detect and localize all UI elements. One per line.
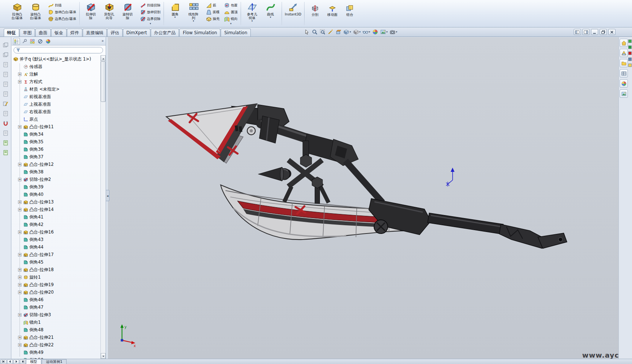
view-tool-ball-button[interactable] xyxy=(371,29,379,35)
view-tool-scene-button[interactable] xyxy=(379,29,389,35)
expand-toggle[interactable] xyxy=(18,268,21,271)
view-tool-orientation-button[interactable] xyxy=(343,29,352,35)
tree-item[interactable]: 倒角49 xyxy=(12,349,100,356)
left-tool-11-doc-green[interactable] xyxy=(2,140,9,146)
mini-tool-5[interactable] xyxy=(628,64,632,67)
tree-item[interactable]: 凸台-拉伸19 xyxy=(12,281,100,288)
graphics-viewport[interactable]: y x www.ayc.cn xyxy=(108,37,618,359)
pane-right-button[interactable] xyxy=(582,29,590,35)
tree-filter-input[interactable] xyxy=(22,48,101,53)
command-tab-2[interactable]: 草图 xyxy=(20,29,35,36)
left-tool-5-doc[interactable] xyxy=(2,81,9,88)
ribbon-button-revolve-cut[interactable]: 旋转切 除 xyxy=(118,1,137,26)
expand-toggle[interactable] xyxy=(18,283,21,287)
expand-toggle[interactable] xyxy=(18,163,21,166)
command-tab-6[interactable]: 直接编辑 xyxy=(83,29,107,36)
ribbon-button-rib[interactable]: 筋 xyxy=(205,2,221,9)
model-view[interactable]: y x www.ayc.cn xyxy=(108,37,618,359)
task-pane-tab-scene[interactable] xyxy=(620,89,628,98)
task-pane-tab-folder[interactable] xyxy=(620,59,628,67)
tree-item[interactable]: 旋转1 xyxy=(12,273,100,281)
tree-item[interactable]: 倒角47 xyxy=(12,303,100,311)
dropdown-caret-icon[interactable] xyxy=(174,16,176,19)
scroll-up-button[interactable] xyxy=(101,55,106,61)
tree-item[interactable]: 凸台-拉伸16 xyxy=(12,228,100,236)
nav-prev-button[interactable] xyxy=(7,359,13,364)
view-tool-wand-button[interactable] xyxy=(327,29,334,35)
left-tool-1-layers[interactable] xyxy=(2,42,9,49)
ribbon-button-extrude-boss[interactable]: 拉伸凸 台/基体 xyxy=(8,1,26,26)
tree-item[interactable]: 凸台-拉伸11 xyxy=(12,123,100,130)
panel-tab-display[interactable] xyxy=(45,38,52,45)
dropdown-caret-icon[interactable] xyxy=(369,31,370,33)
view-tool-select-button[interactable] xyxy=(303,29,311,35)
mini-tool-1[interactable] xyxy=(628,39,632,43)
ribbon-button-revolve-boss[interactable]: 旋转凸 台/基体 xyxy=(26,1,45,26)
ribbon-button-instant3d[interactable]: Instant3D xyxy=(284,1,302,26)
ribbon-button-boundary[interactable]: 边界凸台/基体 xyxy=(47,16,77,22)
tree-item[interactable]: 倒角44 xyxy=(12,243,100,251)
ribbon-button-sweep[interactable]: 扫描 xyxy=(47,2,77,9)
tree-item[interactable]: 倒角37 xyxy=(12,153,100,161)
tree-scrollbar[interactable] xyxy=(100,55,106,359)
expand-toggle[interactable] xyxy=(18,291,21,294)
task-pane-tab-library[interactable] xyxy=(620,49,628,57)
tree-item[interactable]: 材质 <未指定> xyxy=(12,85,100,93)
expand-toggle[interactable] xyxy=(18,253,21,256)
tree-item[interactable]: 凸台-拉伸13 xyxy=(12,198,100,206)
ribbon-button-draft[interactable]: 拔模 xyxy=(205,9,221,15)
command-tab-9[interactable]: 办公室产品 xyxy=(151,29,179,36)
tree-item[interactable]: 右视基准面 xyxy=(12,108,100,115)
tree-item[interactable]: 凸台-拉伸14 xyxy=(12,206,100,213)
left-tool-9-magnet[interactable] xyxy=(2,120,9,127)
command-tab-11[interactable]: Simulation xyxy=(221,29,250,36)
tree-item[interactable]: 倒角40 xyxy=(12,191,100,198)
nav-last-button[interactable] xyxy=(20,359,26,364)
mini-tool-4[interactable] xyxy=(628,58,632,61)
expand-toggle[interactable] xyxy=(18,231,21,234)
ribbon-button-mirror[interactable]: 镜向 xyxy=(223,16,239,22)
command-tab-3[interactable]: 曲面 xyxy=(35,29,51,36)
left-tool-4-doc[interactable] xyxy=(2,71,9,78)
tree-item[interactable]: 切除-拉伸3 xyxy=(12,311,100,318)
tree-item[interactable]: 前视基准面 xyxy=(12,93,100,100)
left-tool-7-pencil[interactable] xyxy=(2,100,9,107)
nav-next-button[interactable] xyxy=(14,359,19,364)
panel-tab-config[interactable] xyxy=(29,38,36,45)
tree-item[interactable]: 凸台-拉伸18 xyxy=(12,266,100,273)
mini-tool-3[interactable] xyxy=(628,52,632,55)
expand-toggle[interactable] xyxy=(18,125,21,129)
tree-item[interactable]: Σ方程式 xyxy=(12,78,100,85)
handle[interactable] xyxy=(427,213,567,249)
tree-item[interactable]: 倒角43 xyxy=(12,236,100,243)
expand-toggle[interactable] xyxy=(18,208,21,211)
scrollbar-thumb[interactable] xyxy=(101,61,106,102)
expand-toggle[interactable] xyxy=(18,73,21,76)
command-tab-8[interactable]: DimXpert xyxy=(123,29,150,36)
tree-item[interactable]: 凸台-拉伸17 xyxy=(12,251,100,258)
tree-item[interactable]: 凸台-拉伸20 xyxy=(12,288,100,296)
tree-item[interactable]: 倒角39 xyxy=(12,183,100,191)
panel-tab-dimx[interactable] xyxy=(37,38,44,45)
tree-item[interactable]: 凸台-拉伸22 xyxy=(12,341,100,349)
tree-item[interactable]: 斧子q (默认<<默认>_显示状态 1>) xyxy=(12,55,100,63)
left-tool-12-doc-green[interactable] xyxy=(2,149,9,156)
tree-item[interactable]: 倒角50 xyxy=(12,356,100,359)
view-tool-camera-button[interactable] xyxy=(389,29,398,35)
view-tool-style-button[interactable] xyxy=(352,29,362,35)
ribbon-button-combine[interactable]: 组合 xyxy=(341,1,358,26)
ribbon-button-shell[interactable]: 抽壳 xyxy=(205,16,221,22)
command-tab-7[interactable]: 评估 xyxy=(107,29,123,36)
panel-overflow-chevron[interactable]: » xyxy=(102,39,104,43)
tree-item[interactable]: 倒角41 xyxy=(12,213,100,221)
command-tab-1[interactable]: 特征 xyxy=(4,29,19,36)
ribbon-button-fillet[interactable]: 圆角 xyxy=(166,1,184,26)
left-tool-10-doc[interactable] xyxy=(2,130,9,136)
study-tab-1[interactable]: 模型 xyxy=(26,359,41,364)
dropdown-caret-icon[interactable] xyxy=(193,20,194,23)
ribbon-button-loft-cut[interactable]: 放样切割 xyxy=(139,9,162,15)
dropdown-caret-icon[interactable] xyxy=(252,20,253,23)
tree-item[interactable]: 倒角35 xyxy=(12,138,100,146)
left-tool-2-layers[interactable] xyxy=(2,52,9,58)
task-pane-tab-ball[interactable] xyxy=(620,79,628,88)
